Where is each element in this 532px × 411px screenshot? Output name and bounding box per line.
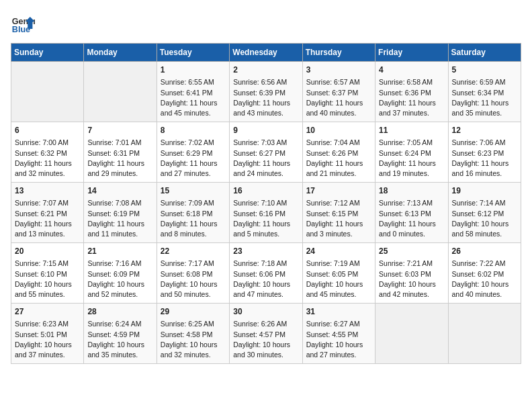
day-info: and 37 minutes. — [379, 108, 444, 118]
day-number: 9 — [233, 125, 298, 136]
day-number: 23 — [233, 246, 298, 257]
day-info: Sunset: 6:05 PM — [306, 269, 371, 279]
day-info: Sunset: 6:36 PM — [379, 88, 444, 98]
day-number: 12 — [452, 125, 517, 136]
day-info: Daylight: 11 hours — [379, 158, 444, 169]
day-info: and 16 minutes. — [452, 169, 517, 179]
day-info: Sunset: 4:57 PM — [233, 330, 298, 340]
calendar-cell: 20Sunrise: 7:15 AMSunset: 6:10 PMDayligh… — [11, 243, 84, 304]
weekday-header-saturday: Saturday — [448, 44, 521, 62]
day-info: Daylight: 11 hours — [233, 219, 298, 229]
day-info: Sunrise: 6:55 AM — [161, 77, 226, 87]
calendar-week-1: 1Sunrise: 6:55 AMSunset: 6:41 PMDaylight… — [11, 62, 521, 122]
day-info: Daylight: 11 hours — [15, 219, 80, 229]
calendar-cell: 21Sunrise: 7:16 AMSunset: 6:09 PMDayligh… — [84, 243, 157, 304]
day-number: 21 — [87, 246, 152, 257]
day-info: Daylight: 11 hours — [306, 219, 371, 229]
day-info: and 52 minutes. — [87, 289, 152, 300]
day-info: and 24 minutes. — [233, 169, 298, 179]
day-info: Sunrise: 7:01 AM — [87, 138, 152, 148]
calendar-cell: 30Sunrise: 6:26 AMSunset: 4:57 PMDayligh… — [230, 304, 302, 364]
day-info: Sunrise: 7:05 AM — [379, 138, 444, 148]
day-info: Sunset: 6:13 PM — [379, 209, 444, 219]
calendar-cell: 11Sunrise: 7:05 AMSunset: 6:24 PMDayligh… — [375, 122, 448, 183]
day-info: and 47 minutes. — [233, 289, 298, 300]
day-info: Sunrise: 7:04 AM — [306, 138, 371, 148]
day-info: Sunset: 4:55 PM — [306, 330, 371, 340]
weekday-row: SundayMondayTuesdayWednesdayThursdayFrid… — [11, 44, 521, 62]
day-number: 1 — [161, 64, 226, 76]
day-info: Daylight: 10 hours — [233, 340, 298, 350]
day-info: Daylight: 10 hours — [161, 279, 226, 289]
calendar-cell: 9Sunrise: 7:03 AMSunset: 6:27 PMDaylight… — [230, 122, 302, 183]
day-info: Daylight: 11 hours — [233, 158, 298, 169]
day-info: and 21 minutes. — [306, 169, 371, 179]
day-info: Sunrise: 7:03 AM — [233, 138, 298, 148]
day-info: Sunset: 6:08 PM — [161, 269, 226, 279]
day-info: and 55 minutes. — [15, 289, 80, 300]
day-info: and 30 minutes. — [233, 350, 298, 360]
day-info: Sunset: 6:03 PM — [379, 269, 444, 279]
day-info: Daylight: 11 hours — [15, 158, 80, 169]
day-number: 3 — [306, 64, 371, 76]
calendar-cell: 14Sunrise: 7:08 AMSunset: 6:19 PMDayligh… — [84, 183, 157, 243]
calendar-cell: 18Sunrise: 7:13 AMSunset: 6:13 PMDayligh… — [375, 183, 448, 243]
day-info: Sunset: 6:34 PM — [452, 88, 517, 98]
day-info: Sunrise: 7:14 AM — [452, 198, 517, 208]
day-number: 29 — [161, 306, 226, 318]
day-info: and 58 minutes. — [452, 229, 517, 239]
day-info: Sunrise: 7:06 AM — [452, 138, 517, 148]
day-info: Sunset: 6:06 PM — [233, 269, 298, 279]
day-info: Daylight: 10 hours — [452, 279, 517, 289]
day-info: and 27 minutes. — [161, 169, 226, 179]
calendar-cell: 10Sunrise: 7:04 AMSunset: 6:26 PMDayligh… — [302, 122, 375, 183]
day-info: Sunrise: 7:00 AM — [15, 138, 80, 148]
day-info: Sunrise: 6:56 AM — [233, 77, 298, 87]
day-info: Sunrise: 6:24 AM — [87, 319, 152, 329]
day-number: 17 — [306, 185, 371, 197]
day-info: and 32 minutes. — [15, 169, 80, 179]
calendar-week-4: 20Sunrise: 7:15 AMSunset: 6:10 PMDayligh… — [11, 243, 521, 304]
day-info: Sunrise: 7:18 AM — [233, 259, 298, 269]
day-info: Sunset: 6:29 PM — [161, 148, 226, 158]
day-info: and 29 minutes. — [87, 169, 152, 179]
day-number: 14 — [87, 185, 152, 197]
day-info: Daylight: 11 hours — [161, 158, 226, 169]
weekday-header-thursday: Thursday — [302, 44, 375, 62]
day-info: and 43 minutes. — [233, 108, 298, 118]
day-info: and 0 minutes. — [379, 229, 444, 239]
day-info: Daylight: 11 hours — [452, 98, 517, 108]
day-info: Daylight: 10 hours — [306, 279, 371, 289]
weekday-header-sunday: Sunday — [11, 44, 84, 62]
day-info: Sunset: 6:23 PM — [452, 148, 517, 158]
day-info: Sunset: 5:01 PM — [15, 330, 80, 340]
day-info: Sunrise: 6:59 AM — [452, 77, 517, 87]
day-info: and 35 minutes. — [452, 108, 517, 118]
day-info: and 50 minutes. — [161, 289, 226, 300]
day-info: Daylight: 11 hours — [87, 158, 152, 169]
calendar-cell: 1Sunrise: 6:55 AMSunset: 6:41 PMDaylight… — [157, 62, 229, 122]
day-number: 10 — [306, 125, 371, 136]
day-info: Sunrise: 7:16 AM — [87, 259, 152, 269]
day-info: Sunrise: 7:21 AM — [379, 259, 444, 269]
day-info: and 8 minutes. — [161, 229, 226, 239]
day-info: and 32 minutes. — [161, 350, 226, 360]
day-info: Sunset: 4:59 PM — [87, 330, 152, 340]
day-info: Daylight: 11 hours — [452, 158, 517, 169]
day-info: and 37 minutes. — [15, 350, 80, 360]
day-info: Sunrise: 7:13 AM — [379, 198, 444, 208]
day-info: and 40 minutes. — [306, 108, 371, 118]
calendar-cell: 27Sunrise: 6:23 AMSunset: 5:01 PMDayligh… — [11, 304, 84, 364]
calendar-cell: 2Sunrise: 6:56 AMSunset: 6:39 PMDaylight… — [230, 62, 302, 122]
day-info: Sunrise: 7:02 AM — [161, 138, 226, 148]
day-number: 22 — [161, 246, 226, 257]
day-info: and 27 minutes. — [306, 350, 371, 360]
day-info: Sunrise: 7:17 AM — [161, 259, 226, 269]
calendar-header: SundayMondayTuesdayWednesdayThursdayFrid… — [11, 44, 521, 62]
calendar-cell: 5Sunrise: 6:59 AMSunset: 6:34 PMDaylight… — [448, 62, 521, 122]
calendar-cell — [375, 304, 448, 364]
day-number: 5 — [452, 64, 517, 76]
day-number: 15 — [161, 185, 226, 197]
weekday-header-wednesday: Wednesday — [230, 44, 302, 62]
day-number: 30 — [233, 306, 298, 318]
